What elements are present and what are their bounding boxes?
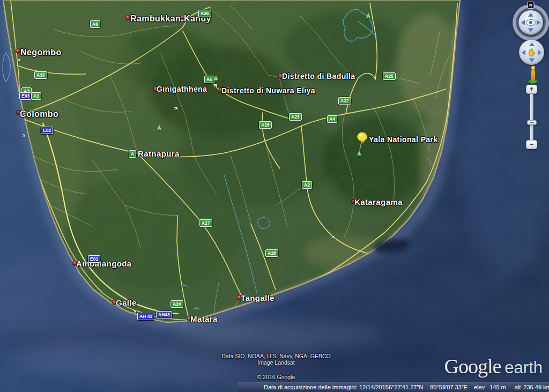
yala-pushpin-icon[interactable] <box>353 132 369 151</box>
zoom-control: + − <box>525 85 538 150</box>
road-badge: A16 <box>259 121 272 129</box>
road-badge: A1 <box>31 92 41 100</box>
attribution-line1: Data SIO, NOAA, U.S. Navy, NGA, GEBCO <box>188 353 365 359</box>
airplane-icon: ✈ <box>329 233 338 241</box>
north-indicator[interactable]: N <box>528 2 535 9</box>
tree-icon <box>157 124 161 130</box>
place-marker-dot[interactable] <box>125 15 130 20</box>
altitude-label: alt <box>515 384 521 390</box>
road-badge: E02 <box>41 127 53 134</box>
pegman-street-view[interactable] <box>527 65 539 84</box>
move-right-arrow-icon[interactable] <box>538 50 541 55</box>
airplane-icon: ✈ <box>20 131 28 140</box>
longitude-readout: 80°59'07.33"E <box>430 384 468 390</box>
tree-icon <box>214 75 218 80</box>
move-up-arrow-icon[interactable] <box>529 42 535 46</box>
move-joystick[interactable]: ✋ <box>519 40 544 65</box>
move-down-arrow-icon[interactable] <box>529 58 535 62</box>
map-label: Galle <box>116 299 137 308</box>
status-bar: Data di acquisizione delle immagini: 12/… <box>238 382 549 392</box>
road-badge: A23 <box>289 113 302 121</box>
road-badge: E01 <box>88 255 100 263</box>
zoom-slider-track[interactable] <box>530 93 533 141</box>
map-label: Ginigathhena <box>157 85 207 93</box>
elevation-value: 145 m <box>489 384 506 390</box>
altitude-value: 236.49 km <box>523 384 549 390</box>
map-label: Rambukkana <box>130 14 186 24</box>
logo-earth: earth <box>505 358 543 377</box>
zoom-slider-handle[interactable] <box>527 120 537 125</box>
road-badge: A17 <box>199 219 212 227</box>
map-label: Ambalangoda <box>76 260 132 269</box>
road-badge: A4 <box>327 115 337 123</box>
map-label: Tangalle <box>241 294 274 303</box>
map-label: Ratnapura <box>138 150 180 159</box>
water-icon: 〜 <box>194 307 199 312</box>
map-label: Yala National Park <box>369 136 438 144</box>
look-right-arrow-icon[interactable] <box>537 20 540 25</box>
place-marker-dot[interactable] <box>16 48 20 53</box>
road-badge: A <box>129 150 136 158</box>
road-badge: A25 <box>383 72 396 80</box>
map-label: Distretto di Nuwara Eliya <box>221 87 315 95</box>
attribution-line2: Image Landsat <box>188 359 365 366</box>
copyright-text: © 2016 Google <box>188 374 365 380</box>
road-badge: A5 <box>204 76 214 83</box>
road-badge: A22 <box>338 97 351 105</box>
road-badge: A33 <box>34 71 47 79</box>
tree-icon <box>366 12 370 18</box>
road-badge: AH 43 <box>137 313 154 320</box>
look-up-arrow-icon[interactable] <box>528 13 533 17</box>
elevation-label: elev <box>474 384 485 390</box>
zoom-in-button[interactable]: + <box>526 85 537 94</box>
road-badge: E03 <box>19 92 32 100</box>
google-earth-logo: Googleearth <box>444 354 543 378</box>
zoom-out-button[interactable]: − <box>526 140 537 149</box>
hand-icon: ✋ <box>527 48 536 56</box>
imagery-date: Data di acquisizione delle immagini: 12/… <box>264 384 389 390</box>
logo-google: Google <box>444 355 501 378</box>
road-badge: A2 <box>302 181 312 189</box>
map-overlays: RambukkanaKandyNegomboColomboGinigathhen… <box>0 0 549 392</box>
road-badge: A24 <box>170 300 183 308</box>
map-attribution: Data SIO, NOAA, U.S. Navy, NGA, GEBCO Im… <box>188 353 365 380</box>
map-label: Distretto di Badulla <box>282 72 355 80</box>
google-earth-window: RambukkanaKandyNegomboColomboGinigathhen… <box>0 0 549 392</box>
water-icon: 〜 <box>181 283 186 289</box>
look-joystick[interactable]: N <box>513 4 549 41</box>
latitude-readout: 6°27'41.27"N <box>389 384 423 390</box>
map-label: Kataragama <box>354 198 403 207</box>
pegman-head <box>531 66 535 70</box>
look-left-arrow-icon[interactable] <box>521 20 525 25</box>
move-left-arrow-icon[interactable] <box>522 50 525 55</box>
airplane-icon: ✈ <box>172 104 181 113</box>
eye-icon <box>526 19 536 26</box>
road-badge: A26 <box>198 10 211 17</box>
map-label: Matara <box>190 315 218 324</box>
road-badge: A18 <box>265 249 278 257</box>
road-badge: A6 <box>90 20 100 28</box>
look-joystick-inner[interactable] <box>518 10 543 35</box>
map-label: Negombo <box>20 48 62 57</box>
map-label: Colombo <box>20 109 58 119</box>
road-badge: AH43 <box>156 311 172 319</box>
look-down-arrow-icon[interactable] <box>528 28 533 32</box>
pegman-body <box>531 70 535 81</box>
